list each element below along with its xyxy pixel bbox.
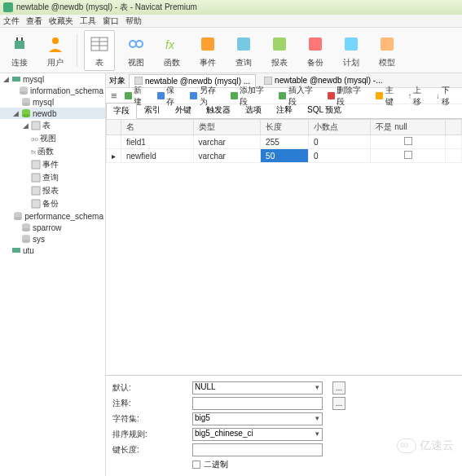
tree-label: 视图 [40,133,56,144]
tree-icon [21,223,31,232]
tree-item[interactable]: performance_schema [0,210,105,222]
saveas-icon [189,91,198,100]
tree-icon [21,108,31,118]
prop-more-button[interactable]: … [332,381,345,394]
tree-label: 表 [42,120,51,131]
svg-rect-46 [190,92,197,99]
checkbox-icon[interactable] [404,151,412,159]
svg-rect-48 [279,92,286,99]
col-header[interactable]: 名 [121,120,194,135]
cell-name[interactable]: field1 [121,135,194,149]
prop-more-button[interactable]: … [332,397,345,410]
tree-toggle[interactable]: ◢ [11,109,20,117]
col-header[interactable]: 类型 [193,120,261,135]
tree-item[interactable]: 备份 [0,197,105,210]
cell-decimals[interactable]: 0 [308,135,371,149]
tree-item[interactable]: fx函数 [0,145,105,158]
tree-item[interactable]: ◢mysql [0,73,105,85]
ribbon-schedule[interactable]: 计划 [337,31,366,70]
sub-tab[interactable]: 索引 [137,102,168,118]
tree-item[interactable]: sys [0,233,105,245]
ribbon-model[interactable]: 模型 [372,31,402,70]
table-icon [134,77,143,85]
prop-select[interactable]: NULL [192,381,323,394]
cell-type[interactable]: varchar [193,149,261,163]
table-row[interactable]: ▸newfieldvarchar500 [107,149,462,163]
tree-item[interactable]: utu [0,245,105,256]
prop-label: 字符集: [112,413,186,425]
tree-item[interactable]: sparrow [0,222,105,233]
new-icon [124,91,133,100]
tree-item[interactable]: ◢newdb [0,108,105,119]
tree-item[interactable]: information_schema [0,85,105,96]
hamburger-icon[interactable]: ≡ [111,90,117,102]
cell-length[interactable]: 50 [261,149,309,163]
tree-icon [21,97,31,107]
ribbon-search[interactable]: 查询 [229,31,258,70]
ribbon-label: 事件 [200,57,216,68]
prop-select[interactable]: big5 [192,412,323,425]
prop-checkbox[interactable]: 二进制 [192,459,228,470]
cell-name[interactable]: newfield [121,149,194,163]
svg-rect-12 [237,37,250,51]
tree-item[interactable]: mysql [0,96,105,108]
fx-icon: fx [161,33,183,55]
tree-toggle[interactable]: ◢ [21,121,29,130]
tree-toggle[interactable]: ◢ [2,75,10,83]
cell-notnull[interactable] [371,135,446,149]
tree-label: sparrow [33,223,62,232]
field-grid: 名类型长度小数点不是 nullfield1varchar2550▸newfiel… [106,119,462,375]
ribbon-backup[interactable]: 备份 [301,31,330,70]
ribbon-view[interactable]: 视图 [121,31,151,70]
properties-panel: 默认:NULL…注释:…字符集:big5排序规则:big5_chinese_ci… [106,375,462,476]
delfield-icon [327,91,336,100]
menu-item[interactable]: 文件 [3,15,20,27]
tree-item[interactable]: 事件 [0,158,105,171]
svg-rect-15 [345,37,358,51]
col-header[interactable]: 小数点 [308,120,371,135]
prop-row: 字符集:big5 [112,412,455,425]
sub-tab[interactable]: 选项 [238,102,269,118]
sub-tab[interactable]: 触发器 [199,102,238,118]
svg-rect-16 [381,37,394,51]
ribbon-table[interactable]: 表 [84,30,115,71]
ribbon-clock[interactable]: 事件 [193,31,222,70]
cell-decimals[interactable]: 0 [308,149,371,163]
col-header[interactable]: 长度 [261,120,309,135]
menu-item[interactable]: 窗口 [103,15,119,27]
svg-point-40 [22,240,30,243]
tree-label: 报表 [42,185,59,196]
svg-point-8 [130,41,136,47]
cell-type[interactable]: varchar [193,135,261,149]
svg-rect-29 [32,174,40,182]
sub-tab[interactable]: 外键 [168,102,199,118]
tree-item[interactable]: ◢表 [0,119,105,132]
sub-tab[interactable]: 注释 [269,102,300,118]
menu-item[interactable]: 查看 [26,15,42,27]
prop-input[interactable] [192,397,323,410]
tree-icon [21,234,31,244]
menu-item[interactable]: 收藏夹 [49,15,73,27]
view-icon [125,33,147,55]
tree-item[interactable]: oo视图 [0,132,105,145]
col-header[interactable]: 不是 null [371,120,446,135]
prop-input[interactable] [192,443,323,456]
prop-select[interactable]: big5_chinese_ci [192,428,323,441]
table-row[interactable]: field1varchar2550 [107,135,462,149]
menu-item[interactable]: 帮助 [125,15,142,27]
ribbon-user[interactable]: 用户 [41,31,70,70]
menu-item[interactable]: 工具 [80,15,96,27]
ribbon-fx[interactable]: fx函数 [157,31,187,70]
cell-length[interactable]: 255 [261,135,309,149]
tree-item[interactable]: 查询 [0,171,105,184]
cell-notnull[interactable] [371,149,446,163]
checkbox-icon[interactable] [404,137,412,145]
sub-tab[interactable]: 字段 [106,103,137,119]
tree-item[interactable]: 报表 [0,184,105,197]
prop-row: 默认:NULL… [112,381,455,394]
row-indicator [107,135,121,149]
ribbon-report[interactable]: 报表 [265,31,294,70]
ribbon-label: 连接 [11,57,28,68]
sub-tab[interactable]: SQL 预览 [300,102,349,118]
ribbon-plug[interactable]: 连接 [5,31,34,70]
